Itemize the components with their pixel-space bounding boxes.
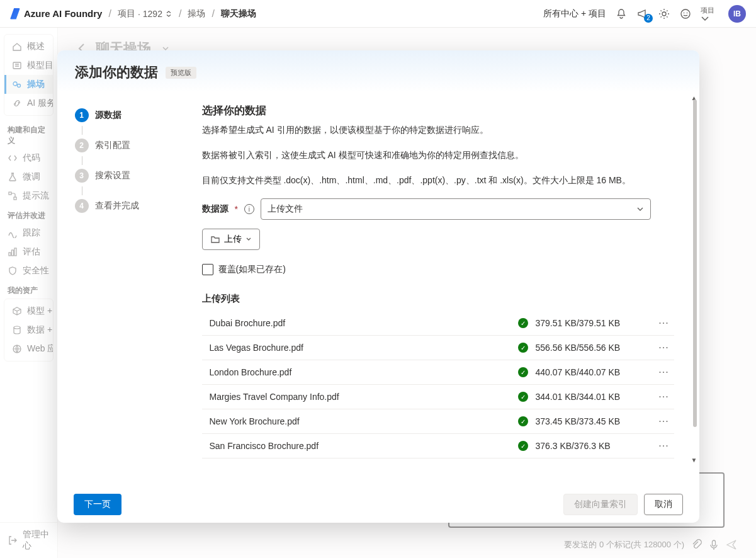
preview-badge: 预览版 [166, 67, 196, 79]
smiley-icon[interactable] [679, 8, 692, 20]
status-success-icon: ✓ [518, 367, 528, 377]
content-p2: 数据将被引入索引，这使生成式 AI 模型可快速和准确地为你的特定用例查找信息。 [202, 148, 674, 162]
file-name: London Brochure.pdf [205, 367, 511, 377]
chevron-updown-icon [165, 10, 172, 18]
status-success-icon: ✓ [518, 441, 528, 451]
azure-logo-icon [10, 8, 20, 20]
product-name: Azure AI Foundry [24, 8, 102, 19]
required-indicator: * [235, 204, 238, 214]
modal-content: 选择你的数据 选择希望生成式 AI 引用的数据，以便该模型基于你的特定数据进行响… [202, 92, 699, 486]
datasource-select[interactable]: 上传文件 [261, 198, 651, 220]
row-menu-button[interactable]: ··· [657, 391, 672, 402]
wizard-step-1[interactable]: 1源数据 [75, 105, 189, 126]
wizard-steps: 1源数据2索引配置3搜索设置4查看并完成 [57, 92, 202, 486]
scroll-down-icon[interactable]: ▼ [691, 457, 697, 464]
scroll-thumb[interactable] [693, 100, 697, 427]
status-success-icon: ✓ [518, 343, 528, 353]
status-success-icon: ✓ [518, 318, 528, 328]
file-row: San Francisco Brochure.pdf✓376.3 KB/376.… [202, 434, 674, 458]
bell-icon[interactable] [615, 8, 628, 20]
file-row: Dubai Brochure.pdf✓379.51 KB/379.51 KB··… [202, 311, 674, 336]
project-dropdown[interactable]: 项目 [701, 6, 719, 21]
step-number: 1 [75, 108, 89, 122]
file-size: 376.3 KB/376.3 KB [536, 441, 649, 451]
wizard-step-4[interactable]: 4查看并完成 [75, 195, 189, 217]
breadcrumb-separator: / [108, 8, 111, 20]
step-label: 源数据 [95, 110, 121, 121]
breadcrumb-project[interactable]: 项目 · 1292 [118, 8, 172, 20]
overwrite-checkbox-row: 覆盖(如果已存在) [202, 264, 674, 275]
step-connector [82, 186, 82, 195]
status-success-icon: ✓ [518, 416, 528, 426]
upload-list-title: 上传列表 [202, 293, 674, 305]
svg-point-3 [687, 12, 688, 13]
cancel-button[interactable]: 取消 [644, 494, 683, 515]
chevron-down-icon [701, 15, 709, 21]
datasource-label: 数据源 [202, 203, 228, 215]
file-row: New York Brochure.pdf✓373.45 KB/373.45 K… [202, 409, 674, 434]
chevron-down-icon [245, 236, 252, 242]
file-size: 440.07 KB/440.07 KB [536, 367, 649, 377]
file-row: Margies Travel Company Info.pdf✓344.01 K… [202, 385, 674, 409]
breadcrumb-chat-playground: 聊天操场 [221, 8, 256, 20]
wizard-step-2[interactable]: 2索引配置 [75, 135, 189, 156]
gear-icon[interactable] [658, 8, 670, 20]
modal-header: 添加你的数据 预览版 [57, 50, 699, 92]
datasource-field: 数据源 * i 上传文件 [202, 198, 674, 220]
breadcrumb-separator: / [212, 8, 214, 20]
file-size: 379.51 KB/379.51 KB [536, 318, 649, 328]
breadcrumb-playground[interactable]: 操场 [188, 8, 205, 20]
step-label: 查看并完成 [95, 200, 139, 212]
create-index-button: 创建向量索引 [563, 494, 638, 515]
file-row: Las Vegas Brochure.pdf✓556.56 KB/556.56 … [202, 336, 674, 360]
all-hubs-link[interactable]: 所有中心 + 项目 [543, 8, 606, 20]
file-size: 344.01 KB/344.01 KB [536, 392, 649, 402]
row-menu-button[interactable]: ··· [657, 416, 672, 427]
modal-overlay: 添加你的数据 预览版 1源数据2索引配置3搜索设置4查看并完成 选择你的数据 选… [0, 28, 756, 558]
file-name: Margies Travel Company Info.pdf [205, 392, 511, 402]
row-menu-button[interactable]: ··· [657, 342, 672, 353]
breadcrumb: Azure AI Foundry / 项目 · 1292 / 操场 / 聊天操场 [10, 8, 256, 20]
chevron-down-icon [636, 205, 644, 213]
add-data-modal: 添加你的数据 预览版 1源数据2索引配置3搜索设置4查看并完成 选择你的数据 选… [57, 50, 699, 523]
overwrite-label: 覆盖(如果已存在) [218, 264, 286, 275]
modal-title: 添加你的数据 [75, 63, 158, 82]
file-name: San Francisco Brochure.pdf [205, 441, 511, 451]
file-name: Las Vegas Brochure.pdf [205, 343, 511, 353]
next-button[interactable]: 下一页 [74, 494, 121, 515]
breadcrumb-separator: / [179, 8, 181, 20]
svg-point-1 [681, 9, 690, 18]
scrollbar[interactable]: ▲ ▼ [692, 100, 697, 452]
upload-button[interactable]: 上传 [202, 229, 260, 250]
topbar-actions: 所有中心 + 项目 2 项目 IB [543, 5, 746, 23]
folder-icon [210, 234, 220, 244]
row-menu-button[interactable]: ··· [657, 440, 672, 452]
info-icon[interactable]: i [244, 204, 254, 214]
step-connector [82, 156, 82, 165]
content-p3: 目前仅支持文件类型 .doc(x)、.htm、.html、.md、.pdf、.p… [202, 173, 674, 187]
file-name: Dubai Brochure.pdf [205, 318, 511, 328]
svg-point-2 [684, 12, 685, 13]
megaphone-icon[interactable]: 2 [636, 8, 649, 20]
row-menu-button[interactable]: ··· [657, 367, 672, 378]
product-logo[interactable]: Azure AI Foundry [10, 8, 102, 20]
content-heading: 选择你的数据 [202, 103, 674, 118]
step-number: 3 [75, 169, 89, 183]
modal-footer: 下一页 创建向量索引 取消 [57, 486, 699, 523]
svg-point-0 [662, 12, 666, 16]
status-success-icon: ✓ [518, 392, 528, 402]
file-row: London Brochure.pdf✓440.07 KB/440.07 KB·… [202, 360, 674, 385]
file-size: 373.45 KB/373.45 KB [536, 416, 649, 426]
notification-badge: 2 [644, 14, 653, 23]
top-nav-bar: Azure AI Foundry / 项目 · 1292 / 操场 / 聊天操场… [0, 0, 756, 28]
step-number: 4 [75, 199, 89, 213]
avatar[interactable]: IB [728, 5, 746, 23]
step-connector [82, 126, 82, 135]
row-menu-button[interactable]: ··· [657, 317, 672, 329]
file-name: New York Brochure.pdf [205, 416, 511, 426]
step-label: 搜索设置 [95, 170, 130, 181]
overwrite-checkbox[interactable] [202, 264, 213, 275]
step-label: 索引配置 [95, 140, 130, 151]
content-p1: 选择希望生成式 AI 引用的数据，以便该模型基于你的特定数据进行响应。 [202, 123, 674, 137]
wizard-step-3[interactable]: 3搜索设置 [75, 165, 189, 186]
